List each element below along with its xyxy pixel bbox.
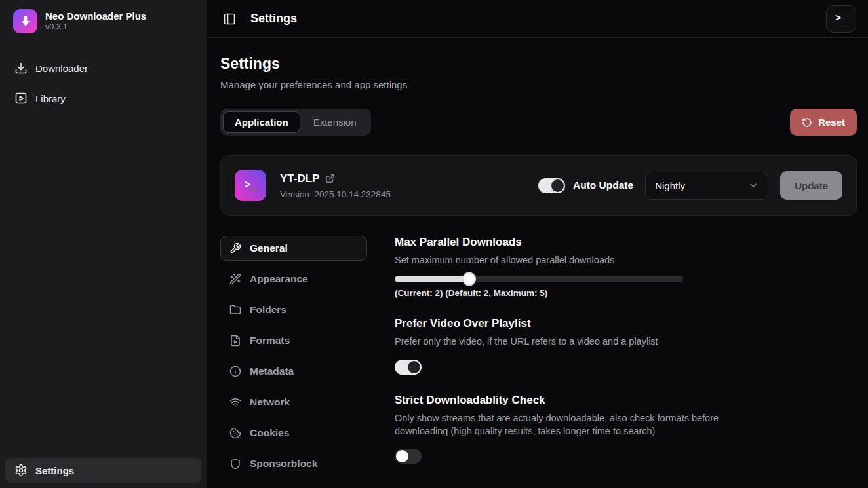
- reset-button-label: Reset: [818, 117, 845, 128]
- settings-nav-label: Network: [250, 396, 290, 408]
- settings-nav-appearance[interactable]: Appearance: [220, 267, 367, 291]
- toggle-knob: [551, 179, 564, 192]
- wrench-icon: [229, 242, 241, 254]
- settings-nav-network[interactable]: Network: [220, 390, 367, 415]
- toggle-knob: [396, 450, 408, 462]
- slider-fill: [395, 276, 469, 282]
- main-area: Settings >_ Settings Manage your prefere…: [207, 0, 868, 488]
- prefer-video-toggle[interactable]: [395, 360, 422, 375]
- ytdlp-version: Version: 2025.10.14.232845: [280, 189, 391, 199]
- settings-panel: Max Parallel Downloads Set maximum numbe…: [395, 236, 736, 483]
- settings-tab-group: Application Extension: [220, 109, 371, 136]
- settings-nav-formats[interactable]: Formats: [220, 328, 367, 353]
- setting-strict-check: Strict Downloadablity Check Only show st…: [395, 394, 736, 464]
- settings-nav-general[interactable]: General: [220, 236, 367, 261]
- settings-page: Settings Manage your preferences and app…: [207, 38, 868, 488]
- settings-category-nav: General Appearance Folders: [220, 236, 367, 483]
- settings-nav-label: Folders: [250, 304, 286, 316]
- app-logo-row: Neo Downloader Plus v0.3.1: [0, 9, 207, 33]
- download-icon: [14, 62, 28, 75]
- wifi-icon: [229, 396, 241, 408]
- sidebar: Neo Downloader Plus v0.3.1 Downloader: [0, 0, 207, 488]
- setting-prefer-video: Prefer Video Over Playlist Prefer only t…: [395, 317, 736, 374]
- terminal-icon: >_: [835, 13, 847, 24]
- shield-icon: [229, 458, 241, 470]
- page-title: Settings: [220, 55, 857, 73]
- setting-max-parallel-downloads: Max Parallel Downloads Set maximum numbe…: [395, 236, 736, 298]
- tab-application[interactable]: Application: [223, 111, 300, 133]
- setting-title: Max Parallel Downloads: [395, 236, 736, 249]
- sidebar-item-label: Downloader: [35, 63, 88, 74]
- settings-nav-label: Appearance: [250, 273, 308, 285]
- strict-check-toggle[interactable]: [395, 449, 422, 464]
- setting-description: Only show streams that are actualy downl…: [395, 411, 736, 438]
- sidebar-item-settings[interactable]: Settings: [5, 458, 201, 483]
- slider-value-text: (Current: 2) (Default: 2, Maximum: 5): [395, 288, 736, 298]
- header-title: Settings: [250, 12, 297, 26]
- setting-description: Prefer only the video, if the URL refers…: [395, 335, 736, 348]
- setting-description: Set maximum number of allowed parallel d…: [395, 253, 736, 267]
- sidebar-item-downloader[interactable]: Downloader: [5, 56, 201, 81]
- slider-thumb[interactable]: [462, 272, 476, 286]
- setting-title: Strict Downloadablity Check: [395, 394, 736, 407]
- settings-nav-label: Metadata: [250, 366, 294, 377]
- app-window: Neo Downloader Plus v0.3.1 Downloader: [0, 0, 868, 488]
- cookie-icon: [229, 427, 241, 439]
- update-button[interactable]: Update: [780, 171, 842, 200]
- sidebar-item-library[interactable]: Library: [5, 86, 201, 111]
- gear-icon: [14, 464, 28, 477]
- settings-nav-cookies[interactable]: Cookies: [220, 421, 367, 445]
- setting-title: Prefer Video Over Playlist: [395, 317, 736, 330]
- settings-nav-metadata[interactable]: Metadata: [220, 359, 367, 384]
- sidebar-toggle-button[interactable]: [220, 10, 239, 28]
- page-subtitle: Manage your preferences and app settings: [220, 79, 857, 90]
- sidebar-item-label: Library: [35, 93, 66, 104]
- ytdlp-card: >_ YT-DLP Version: 2025.10.14.232845: [220, 155, 857, 216]
- folder-icon: [229, 304, 241, 316]
- ytdlp-terminal-icon: >_: [235, 170, 266, 201]
- sidebar-nav: Downloader Library: [0, 56, 207, 111]
- app-version: v0.3.1: [45, 22, 146, 32]
- top-header: Settings >_: [207, 0, 868, 38]
- library-icon: [14, 92, 28, 105]
- auto-update-toggle[interactable]: [538, 178, 565, 193]
- sidebar-item-label: Settings: [35, 465, 74, 476]
- file-video-icon: [229, 335, 241, 347]
- settings-nav-label: Formats: [250, 335, 290, 347]
- settings-nav-label: Cookies: [250, 427, 289, 439]
- settings-nav-folders[interactable]: Folders: [220, 297, 367, 322]
- app-name: Neo Downloader Plus: [45, 10, 146, 23]
- wand-sparkles-icon: [229, 273, 241, 285]
- settings-nav-label: General: [250, 242, 288, 254]
- reset-button[interactable]: Reset: [790, 109, 857, 136]
- chevron-down-icon: [748, 180, 759, 191]
- max-parallel-slider[interactable]: [395, 276, 683, 282]
- rotate-ccw-icon: [802, 117, 812, 128]
- tab-extension[interactable]: Extension: [302, 111, 368, 133]
- terminal-button[interactable]: >_: [826, 5, 856, 33]
- download-arrow-icon: [18, 14, 33, 29]
- info-icon: [229, 366, 241, 377]
- ytdlp-title: YT-DLP: [280, 172, 319, 185]
- external-link-icon[interactable]: [325, 174, 335, 183]
- update-channel-value: Nightly: [655, 180, 685, 191]
- auto-update-label: Auto Update: [573, 179, 633, 191]
- toggle-knob: [408, 361, 420, 373]
- app-logo: [13, 9, 37, 33]
- settings-nav-sponsorblock[interactable]: Sponsorblock: [220, 451, 367, 476]
- panel-left-icon: [223, 12, 236, 26]
- settings-nav-label: Sponsorblock: [250, 458, 317, 470]
- update-channel-select[interactable]: Nightly: [645, 172, 768, 200]
